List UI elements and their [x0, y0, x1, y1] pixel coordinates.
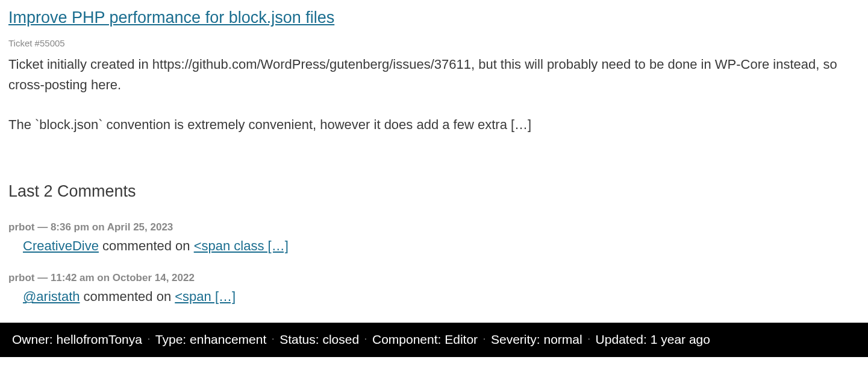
footer-owner: Owner: hellofromTonya [12, 332, 142, 347]
footer-component: Component: Editor [372, 332, 478, 347]
comment-item: prbot — 11:42 am on October 14, 2022 @ar… [8, 272, 860, 305]
footer-separator: · [588, 334, 590, 343]
ticket-footer: Owner: hellofromTonya · Type: enhancemen… [0, 323, 868, 357]
comments-heading: Last 2 Comments [8, 182, 860, 201]
footer-separator: · [148, 334, 150, 343]
description-paragraph-2: The `block.json` convention is extremely… [8, 115, 860, 135]
comment-author-link[interactable]: CreativeDive [23, 238, 99, 253]
footer-type: Type: enhancement [155, 332, 266, 347]
footer-separator: · [483, 334, 486, 343]
comment-snippet-link[interactable]: <span class […] [194, 238, 289, 253]
ticket-description: Ticket initially created in https://gith… [8, 54, 860, 135]
comment-middle-text: commented on [99, 238, 194, 253]
ticket-number: Ticket #55005 [8, 38, 860, 48]
comment-meta: prbot — 8:36 pm on April 25, 2023 [8, 221, 860, 233]
ticket-content: Improve PHP performance for block.json f… [0, 0, 868, 305]
comment-middle-text: commented on [80, 289, 175, 304]
ticket-title-link[interactable]: Improve PHP performance for block.json f… [8, 8, 334, 27]
footer-separator: · [364, 334, 367, 343]
footer-severity: Severity: normal [491, 332, 582, 347]
comment-meta: prbot — 11:42 am on October 14, 2022 [8, 272, 860, 284]
comment-snippet-link[interactable]: <span […] [175, 289, 236, 304]
footer-status: Status: closed [279, 332, 359, 347]
description-paragraph-1: Ticket initially created in https://gith… [8, 54, 860, 95]
comment-body: @aristath commented on <span […] [8, 289, 860, 305]
footer-separator: · [272, 334, 274, 343]
comment-item: prbot — 8:36 pm on April 25, 2023 Creati… [8, 221, 860, 254]
comment-body: CreativeDive commented on <span class […… [8, 238, 860, 254]
comment-author-link[interactable]: @aristath [23, 289, 80, 304]
footer-updated: Updated: 1 year ago [596, 332, 710, 347]
